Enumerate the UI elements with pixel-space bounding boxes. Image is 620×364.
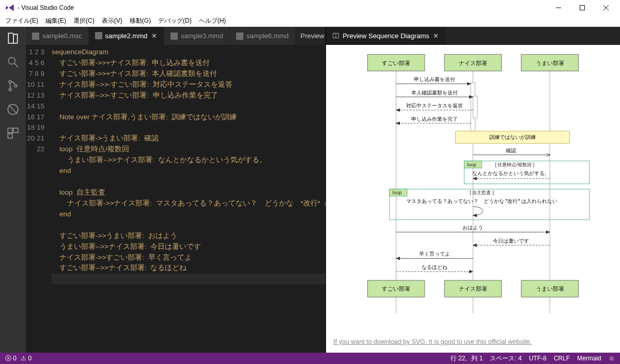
extensions-icon[interactable] [6, 126, 20, 140]
menu-view[interactable]: 表示(V) [99, 17, 126, 25]
tab-sample3[interactable]: sample3.mmd [164, 27, 230, 45]
close-icon[interactable]: ✕ [150, 32, 158, 39]
explorer-icon[interactable] [6, 31, 20, 45]
preview-icon [332, 32, 339, 39]
content: sample0.msc sample2.mmd✕ sample3.mmd sam… [26, 27, 620, 353]
vs-logo-icon [5, 3, 14, 12]
status-errors[interactable]: ⓧ 0 [5, 354, 17, 363]
status-feedback-icon[interactable]: ☺ [609, 355, 615, 362]
search-icon[interactable] [6, 55, 20, 69]
svg-text:申し込み書を送付: 申し込み書を送付 [414, 76, 455, 82]
close-button[interactable] [594, 0, 618, 15]
svg-text:マスタあってる？あってない？　どうかな *改行* は入れられ: マスタあってる？あってない？ どうかな *改行* は入れられない [406, 198, 558, 204]
status-lang[interactable]: Mermaid [577, 355, 601, 362]
svg-point-1 [8, 57, 15, 64]
status-spaces[interactable]: スペース: 4 [490, 354, 521, 363]
download-link[interactable]: If you want to download by SVG. It is go… [333, 338, 613, 345]
menu-edit[interactable]: 編集(E) [42, 17, 69, 25]
svg-text:申し込み作業を完了: 申し込み作業を完了 [411, 116, 458, 122]
file-icon [171, 33, 178, 40]
preview-group: Preview Sequence Diagrams ✕ すごい部署 ナイス部署 … [326, 27, 620, 353]
code-body[interactable]: sequenceDiagram すごい部署->>+ナイス部署: 申し込み書を送付… [52, 45, 326, 353]
minimize-button[interactable] [547, 0, 570, 15]
svg-text:本人確認書類を送付: 本人確認書類を送付 [411, 90, 458, 96]
svg-rect-0 [580, 6, 585, 10]
svg-rect-7 [13, 128, 18, 133]
menu-go[interactable]: 移動(G) [127, 17, 154, 25]
activity-bar [0, 27, 26, 353]
status-cursor[interactable]: 行 22、列 1 [451, 354, 483, 363]
editor-group: sample0.msc sample2.mmd✕ sample3.mmd sam… [26, 27, 326, 353]
svg-text:うまい部署: うまい部署 [536, 286, 564, 292]
tab-label: sample2.mmd [105, 32, 148, 40]
close-icon[interactable]: ✕ [432, 32, 440, 39]
preview-label: Preview [301, 32, 324, 40]
maximize-button[interactable] [570, 0, 594, 15]
tab-label: sample3.mmd [181, 32, 223, 40]
svg-text:おはよう: おはよう [463, 225, 484, 230]
main-area: sample0.msc sample2.mmd✕ sample3.mmd sam… [0, 27, 620, 353]
status-eol[interactable]: CRLF [554, 355, 570, 362]
tab-label: Preview Sequence Diagrams [343, 32, 429, 40]
svg-rect-21 [473, 96, 478, 118]
tab-label: sample6.mmd [246, 32, 289, 40]
editor-tabs: sample0.msc sample2.mmd✕ sample3.mmd sam… [26, 27, 326, 45]
svg-text:うまい部署: うまい部署 [536, 60, 564, 67]
svg-text:早く言ってよ: 早く言ってよ [419, 251, 450, 257]
menu-bar: ファイル(E) 編集(E) 選択(C) 表示(V) 移動(G) デバッグ(D) … [0, 15, 620, 27]
svg-text:今日は暑いです: 今日は暑いです [493, 238, 530, 244]
svg-rect-8 [8, 134, 12, 138]
svg-text:[ 任意時点/複数回 ]: [ 任意時点/複数回 ] [495, 162, 534, 167]
tab-sample6[interactable]: sample6.mmd [230, 27, 296, 45]
preview-tabs: Preview Sequence Diagrams ✕ [326, 27, 620, 45]
menu-select[interactable]: 選択(C) [70, 17, 98, 25]
menu-file[interactable]: ファイル(E) [2, 17, 41, 25]
line-gutter: 1 2 3 4 5 6 7 8 9 10 11 12 13 14 15 16 1… [26, 45, 52, 353]
svg-text:loop: loop [468, 162, 477, 167]
title-bar: - Visual Studio Code [0, 0, 620, 15]
git-icon[interactable] [6, 78, 20, 93]
svg-text:すごい部署: すごい部署 [382, 60, 410, 67]
svg-text:対応中ステータスを返答: 対応中ステータスを返答 [406, 103, 463, 108]
file-icon [95, 32, 102, 39]
sequence-diagram: すごい部署 ナイス部署 うまい部署 申し込み書を送付 本人確認書類を送付 [333, 52, 613, 333]
svg-text:確認: 確認 [506, 148, 517, 153]
tab-sample0[interactable]: sample0.msc [26, 27, 89, 45]
status-bar: ⓧ 0 ⚠ 0 行 22、列 1 スペース: 4 UTF-8 CRLF Merm… [0, 353, 620, 364]
status-warnings[interactable]: ⚠ 0 [21, 355, 32, 362]
debug-icon[interactable] [6, 102, 20, 117]
menu-help[interactable]: ヘルプ(H) [196, 17, 229, 25]
svg-text:すごい部署: すごい部署 [382, 286, 410, 292]
window-title: - Visual Studio Code [18, 4, 547, 11]
svg-point-2 [9, 81, 11, 83]
svg-point-4 [14, 85, 17, 87]
preview-body: すごい部署 ナイス部署 うまい部署 申し込み書を送付 本人確認書類を送付 [326, 45, 620, 353]
svg-text:[ 自主監査 ]: [ 自主監査 ] [470, 190, 493, 195]
svg-text:なるほどね: なるほどね [422, 264, 448, 270]
svg-rect-6 [8, 128, 12, 133]
svg-text:ナイス部署: ナイス部署 [459, 286, 487, 292]
file-icon [236, 33, 243, 40]
svg-text:ナイス部署: ナイス部署 [459, 60, 487, 66]
svg-text:loop: loop [393, 190, 402, 195]
svg-text:なんとかなるかという気がする。: なんとかなるかという気がする。 [473, 170, 550, 176]
menu-debug[interactable]: デバッグ(D) [155, 17, 195, 25]
tab-label: sample0.msc [42, 32, 82, 40]
file-icon [32, 33, 39, 40]
svg-point-3 [9, 88, 11, 91]
tab-preview[interactable]: Preview Sequence Diagrams ✕ [326, 27, 446, 45]
svg-text:訓練ではないが訓練: 訓練ではないが訓練 [489, 134, 536, 140]
tab-sample2[interactable]: sample2.mmd✕ [89, 27, 165, 45]
code-editor[interactable]: 1 2 3 4 5 6 7 8 9 10 11 12 13 14 15 16 1… [26, 45, 326, 353]
status-encoding[interactable]: UTF-8 [529, 355, 547, 362]
